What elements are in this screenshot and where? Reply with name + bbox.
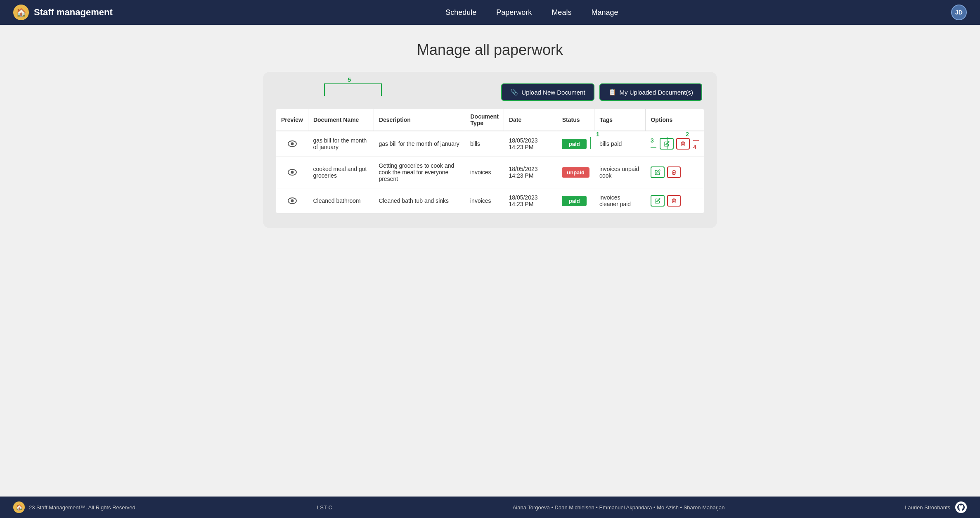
nav-meals[interactable]: Meals — [552, 8, 571, 17]
th-doctype: Document Type — [465, 109, 504, 131]
brand-name: Staff management — [34, 7, 113, 18]
doc-date: 18/05/2023 14:23 PM — [504, 131, 557, 157]
upload-icon: 📎 — [510, 88, 518, 96]
th-preview: Preview — [276, 109, 308, 131]
myuploads-icon: 📋 — [608, 88, 616, 96]
doc-type: invoices — [465, 188, 504, 214]
doc-name: Cleaned bathroom — [308, 188, 374, 214]
doc-date: 18/05/2023 14:23 PM — [504, 188, 557, 214]
annotation-4: — 4 — [693, 137, 699, 150]
footer-author: Laurien Stroobants — [905, 504, 950, 511]
doc-options: 3— — 4 — [646, 131, 704, 157]
doc-status: paid — [557, 188, 594, 214]
th-tags: Tags — [594, 109, 646, 131]
status-badge-2: paid — [562, 196, 587, 206]
doc-description: gas bill for the month of january — [374, 131, 465, 157]
annotation-line-1 — [590, 137, 591, 149]
doc-type: invoices — [465, 157, 504, 188]
preview-eye-icon-2[interactable] — [281, 197, 303, 204]
footer-project-code: LST-C — [317, 504, 332, 511]
table-row: cooked meal and got groceriesGetting gro… — [276, 157, 704, 188]
footer-copyright: 23 Staff Management™. All Rights Reserve… — [29, 504, 137, 511]
doc-tags: bills paid — [594, 131, 646, 157]
th-docname: Document Name — [308, 109, 374, 131]
brand-icon: 🏠 — [13, 5, 29, 20]
nav-paperwork[interactable]: Paperwork — [496, 8, 532, 17]
preview-eye-icon-0[interactable] — [281, 140, 303, 147]
doc-type: bills — [465, 131, 504, 157]
table-row: gas bill for the month of januarygas bil… — [276, 131, 704, 157]
github-icon[interactable] — [955, 501, 967, 513]
user-avatar[interactable]: JD — [951, 5, 967, 20]
options-cell — [651, 166, 699, 178]
edit-button-2[interactable] — [651, 195, 665, 207]
doc-name: cooked meal and got groceries — [308, 157, 374, 188]
doc-status: unpaid — [557, 157, 594, 188]
options-cell — [651, 195, 699, 207]
nav-schedule[interactable]: Schedule — [445, 8, 476, 17]
navbar: 🏠 Staff management Schedule Paperwork Me… — [0, 0, 980, 25]
annotation-5: 5 — [348, 76, 351, 83]
nav-links: Schedule Paperwork Meals Manage — [445, 8, 618, 17]
paperwork-container: 5 1 2 📎 Upload New Document 📋 My Uploade… — [263, 72, 717, 228]
footer-team: Aiana Torgoeva • Daan Michielsen • Emman… — [513, 504, 725, 511]
th-description: Description — [374, 109, 465, 131]
annotation-line-2 — [667, 137, 668, 149]
doc-options — [646, 188, 704, 214]
myuploads-label: My Uploaded Document(s) — [620, 89, 693, 96]
preview-eye-icon-1[interactable] — [281, 169, 303, 176]
svg-point-3 — [291, 171, 294, 174]
table-header: Preview Document Name Description Docume… — [276, 109, 704, 131]
upload-label: Upload New Document — [521, 89, 585, 96]
doc-description: Cleaned bath tub and sinks — [374, 188, 465, 214]
table-row: Cleaned bathroomCleaned bath tub and sin… — [276, 188, 704, 214]
svg-point-1 — [291, 143, 294, 145]
th-options: Options — [646, 109, 704, 131]
page-title: Manage all paperwork — [25, 41, 955, 59]
status-badge-1: unpaid — [562, 167, 589, 178]
doc-name: gas bill for the month of january — [308, 131, 374, 157]
toolbar: 📎 Upload New Document 📋 My Uploaded Docu… — [276, 83, 704, 101]
footer-left: 🏠 23 Staff Management™. All Rights Reser… — [13, 501, 137, 513]
delete-button-1[interactable] — [667, 166, 681, 178]
svg-point-5 — [291, 200, 294, 202]
footer: 🏠 23 Staff Management™. All Rights Reser… — [0, 497, 980, 518]
upload-new-document-button[interactable]: 📎 Upload New Document — [501, 83, 594, 101]
my-uploaded-documents-button[interactable]: 📋 My Uploaded Document(s) — [599, 83, 702, 101]
annotation-3: 3— — [651, 137, 656, 150]
footer-logo-icon: 🏠 — [13, 501, 25, 513]
table-body: gas bill for the month of januarygas bil… — [276, 131, 704, 213]
options-cell: 3— — 4 — [651, 137, 699, 150]
doc-tags: invoices cleaner paid — [594, 188, 646, 214]
th-status: Status — [557, 109, 594, 131]
doc-options — [646, 157, 704, 188]
doc-tags: invoices unpaid cook — [594, 157, 646, 188]
table-header-row: Preview Document Name Description Docume… — [276, 109, 704, 131]
footer-right: Laurien Stroobants — [905, 501, 967, 513]
nav-manage[interactable]: Manage — [591, 8, 618, 17]
status-badge-0: paid — [562, 139, 587, 149]
documents-table: Preview Document Name Description Docume… — [276, 109, 704, 213]
annotation-1: 1 — [596, 131, 599, 138]
edit-button-1[interactable] — [651, 166, 665, 178]
doc-date: 18/05/2023 14:23 PM — [504, 157, 557, 188]
delete-button-0[interactable] — [676, 138, 690, 150]
doc-status: paid — [557, 131, 594, 157]
annotation-2: 2 — [686, 131, 689, 138]
delete-button-2[interactable] — [667, 195, 681, 207]
brand: 🏠 Staff management — [13, 5, 113, 20]
main-content: Manage all paperwork 5 1 2 📎 Upload New … — [0, 25, 980, 497]
th-date: Date — [504, 109, 557, 131]
doc-description: Getting groceries to cook and cook the m… — [374, 157, 465, 188]
